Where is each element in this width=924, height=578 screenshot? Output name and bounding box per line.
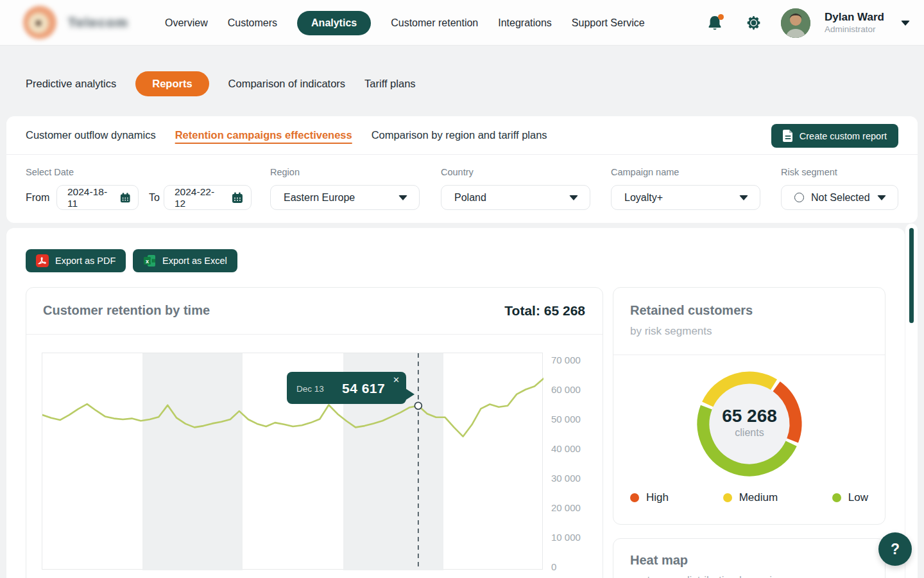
risk-segment-label: Risk segment [781, 167, 837, 177]
tooltip-date: Dec 13 [296, 384, 324, 394]
retained-customers-card: Retained customers by risk segments 65 2… [613, 287, 886, 525]
date-to-value: 2024-22-12 [175, 186, 225, 209]
gear-icon [746, 15, 762, 31]
legend-label-high: High [646, 491, 669, 504]
legend-dot-low [832, 493, 841, 502]
tooltip-close-icon[interactable]: ✕ [393, 375, 400, 385]
tab-comparison-of-indicators[interactable]: Comparison of indicators [228, 78, 346, 90]
tab-predictive-analytics[interactable]: Predictive analytics [26, 78, 116, 90]
tab-reports-active[interactable]: Reports [135, 71, 209, 96]
user-meta: Dylan Ward Administrator [825, 10, 884, 35]
divider [613, 355, 885, 355]
nav-item-customer-retention[interactable]: Customer retention [391, 17, 478, 29]
donut-center-label: clients [685, 427, 814, 439]
region-label: Region [270, 167, 300, 177]
legend-dot-medium [723, 493, 732, 502]
risk-segment-select[interactable]: Not Selected [781, 185, 898, 210]
line-chart-total: Total: 65 268 [504, 303, 585, 319]
create-custom-report-button[interactable]: Create custom report [771, 124, 898, 148]
help-button[interactable]: ? [878, 532, 912, 566]
donut-subtitle: by risk segments [630, 325, 712, 338]
user-name: Dylan Ward [825, 10, 884, 24]
divider [26, 334, 603, 335]
filters-row: Select Date From 2024-18-11 To 2024-22-1… [6, 155, 918, 223]
subtab-customer-outflow-dynamics[interactable]: Customer outflow dynamics [26, 129, 156, 141]
campaign-name-label: Campaign name [611, 167, 679, 177]
risk-segment-value: Not Selected [811, 192, 870, 204]
brand-logo-icon [23, 6, 56, 39]
legend-item-high: High [630, 491, 669, 504]
chart-tooltip: Dec 13 54 617 ✕ [287, 372, 406, 404]
scrollbar-track[interactable] [905, 223, 918, 578]
analytics-dashboard: Telecom Overview Customers Analytics Cus… [0, 0, 924, 578]
date-from-value: 2024-18-11 [67, 186, 114, 209]
chevron-down-icon [569, 195, 578, 200]
country-label: Country [441, 167, 474, 177]
report-content-card: Export as PDF x Export as Excel Customer… [6, 228, 905, 578]
settings-button[interactable] [745, 15, 762, 31]
retention-line-chart-card: Customer retention by time Total: 65 268… [26, 287, 603, 578]
legend-dot-high [630, 493, 639, 502]
analytics-tabs: Predictive analytics Reports Comparison … [26, 71, 416, 96]
subtab-retention-campaigns-effectiveness-active[interactable]: Retention campaigns effectiveness [175, 129, 352, 141]
legend-item-medium: Medium [723, 491, 778, 504]
subtab-comparison-by-region-and-tariff-plans[interactable]: Comparison by region and tariff plans [372, 129, 547, 141]
user-menu-chevron-down-icon[interactable] [901, 21, 910, 26]
export-pdf-label: Export as PDF [55, 256, 116, 266]
pdf-file-icon [36, 254, 49, 267]
report-subtabs: Customer outflow dynamics Retention camp… [6, 116, 918, 155]
calendar-icon [232, 192, 243, 204]
campaign-select[interactable]: Loyalty+ [611, 185, 760, 210]
campaign-value: Loyalty+ [624, 192, 663, 204]
nav-item-analytics-active[interactable]: Analytics [297, 11, 371, 35]
user-avatar[interactable] [781, 8, 810, 38]
report-controls-card: Customer outflow dynamics Retention camp… [6, 116, 918, 223]
nav-item-integrations[interactable]: Integrations [498, 17, 552, 29]
radio-circle-icon [794, 193, 804, 202]
legend-item-low: Low [832, 491, 868, 504]
date-from-input[interactable]: 2024-18-11 [56, 185, 139, 210]
nav-item-overview[interactable]: Overview [165, 17, 208, 29]
to-label: To [149, 192, 160, 204]
tooltip-arrow [406, 389, 415, 400]
user-role: Administrator [825, 24, 884, 35]
export-excel-button[interactable]: x Export as Excel [133, 249, 237, 272]
line-chart-title: Customer retention by time [43, 303, 210, 318]
svg-text:x: x [146, 258, 149, 265]
export-pdf-button[interactable]: Export as PDF [26, 249, 126, 272]
nav-item-support-service[interactable]: Support Service [572, 17, 645, 29]
document-icon [783, 130, 793, 142]
country-value: Poland [454, 192, 486, 204]
country-select[interactable]: Poland [441, 185, 590, 210]
date-to-input[interactable]: 2024-22-12 [164, 185, 252, 210]
y-tick: 0 [551, 561, 556, 572]
avatar-portrait [781, 8, 810, 38]
legend-label-medium: Medium [739, 491, 778, 504]
notification-dot [718, 14, 724, 20]
region-value: Eastern Europe [284, 192, 355, 204]
heat-map-card: Heat map customers distribution by regio… [613, 538, 886, 578]
excel-file-icon: x [143, 254, 156, 267]
scrollbar-thumb[interactable] [909, 228, 914, 323]
calendar-icon [120, 192, 130, 204]
tab-tariff-plans[interactable]: Tariff plans [364, 78, 416, 90]
create-custom-report-label: Create custom report [800, 131, 887, 141]
user-cluster: Dylan Ward Administrator [706, 0, 910, 46]
nav-item-customers[interactable]: Customers [228, 17, 277, 29]
notifications-button[interactable] [706, 15, 723, 31]
brand-name: Telecom [68, 15, 128, 30]
heat-map-title: Heat map [630, 553, 688, 568]
chevron-down-icon [877, 195, 886, 200]
risk-legend: High Medium Low [630, 491, 868, 504]
brand[interactable]: Telecom [23, 6, 128, 39]
y-tick: 40 000 [551, 443, 581, 454]
legend-label-low: Low [848, 491, 868, 504]
region-select[interactable]: Eastern Europe [270, 185, 420, 210]
y-tick: 50 000 [551, 414, 581, 425]
main-nav: Overview Customers Analytics Customer re… [165, 0, 645, 46]
heat-map-subtitle: customers distribution by region [630, 574, 784, 578]
select-date-label: Select Date [26, 167, 74, 177]
chevron-down-icon [398, 195, 407, 200]
y-tick: 10 000 [551, 532, 581, 543]
export-excel-label: Export as Excel [162, 256, 227, 266]
